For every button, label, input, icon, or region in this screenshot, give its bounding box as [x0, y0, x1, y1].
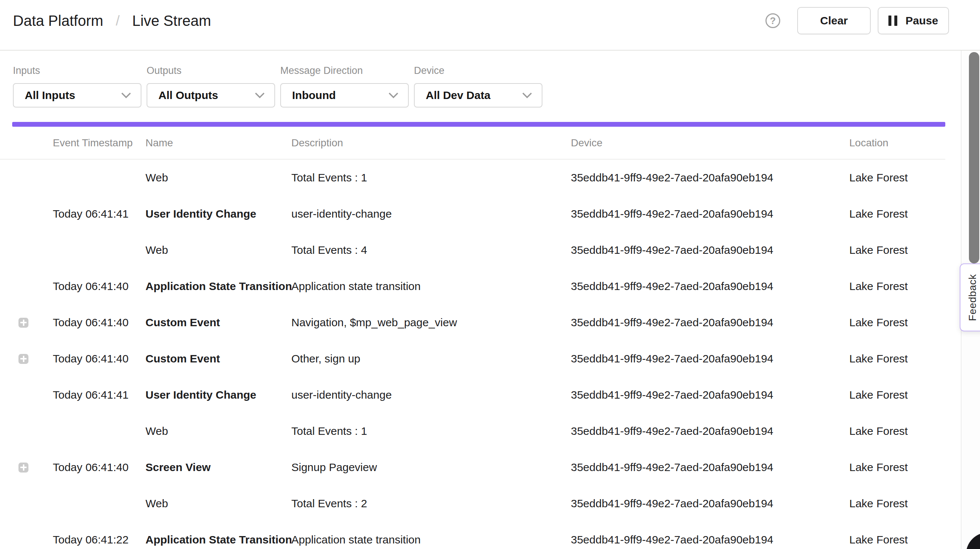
cell-timestamp: Today 06:41:40	[53, 353, 145, 365]
cell-name: User Identity Change	[145, 389, 291, 401]
chevron-down-icon	[388, 93, 398, 99]
clear-button[interactable]: Clear	[797, 7, 871, 34]
cell-device: 35eddb41-9ff9-49e2-7aed-20afa90eb194	[571, 244, 849, 256]
cell-name: User Identity Change	[145, 207, 291, 220]
breadcrumb-separator-icon: /	[116, 13, 120, 29]
header-divider	[0, 50, 980, 51]
cell-timestamp: Today 06:41:40	[53, 280, 145, 293]
filter-label-inputs: Inputs	[13, 65, 142, 77]
cell-name: Web	[145, 425, 291, 437]
device-select[interactable]: All Dev Data	[414, 83, 542, 107]
scrollbar-thumb[interactable]	[969, 52, 979, 263]
breadcrumb-live-stream: Live Stream	[132, 13, 211, 29]
cell-device: 35eddb41-9ff9-49e2-7aed-20afa90eb194	[571, 533, 849, 546]
cell-name: Custom Event	[145, 353, 291, 365]
filter-inputs: Inputs All Inputs	[13, 65, 142, 107]
cell-description: user-identity-change	[291, 207, 571, 220]
cell-location: Lake Forest	[849, 389, 945, 401]
cell-location: Lake Forest	[849, 280, 945, 293]
breadcrumb-data-platform[interactable]: Data Platform	[13, 13, 103, 29]
cell-description: Navigation, $mp_web_page_view	[291, 316, 571, 329]
top-bar: Data Platform / Live Stream ? Clear Paus…	[0, 0, 980, 50]
cell-description: Signup Pageview	[291, 461, 571, 474]
cell-device: 35eddb41-9ff9-49e2-7aed-20afa90eb194	[571, 461, 849, 474]
column-header-location: Location	[849, 137, 945, 149]
cell-description: Total Events : 2	[291, 497, 571, 510]
expand-plus-icon[interactable]	[19, 354, 29, 364]
chevron-down-icon	[121, 93, 131, 99]
cell-name: Web	[145, 244, 291, 256]
cell-timestamp: Today 06:41:40	[53, 316, 145, 329]
expand-plus-icon[interactable]	[19, 463, 29, 472]
cell-timestamp: Today 06:41:40	[53, 461, 145, 474]
cell-description: Other, sign up	[291, 353, 571, 365]
accent-bar	[12, 122, 945, 127]
cell-location: Lake Forest	[849, 353, 945, 365]
column-header-name: Name	[145, 137, 291, 149]
column-header-device: Device	[571, 137, 849, 149]
feedback-tab-label: Feedback	[967, 274, 978, 321]
cell-location: Lake Forest	[849, 244, 945, 256]
message-direction-select[interactable]: Inbound	[280, 83, 409, 107]
top-bar-actions: ? Clear Pause	[765, 0, 949, 41]
live-stream-table: Event TimestampNameDescriptionDeviceLoca…	[0, 127, 945, 549]
table-row[interactable]: Today 06:41:40Custom EventNavigation, $m…	[0, 305, 945, 341]
table-row[interactable]: Today 06:41:40Custom EventOther, sign up…	[0, 341, 945, 377]
cell-location: Lake Forest	[849, 171, 945, 184]
table-row[interactable]: Today 06:41:40Screen ViewSignup Pageview…	[0, 449, 945, 485]
chevron-down-icon	[255, 93, 265, 99]
cell-name: Web	[145, 171, 291, 184]
cell-description: Application state transition	[291, 533, 571, 546]
cell-device: 35eddb41-9ff9-49e2-7aed-20afa90eb194	[571, 280, 849, 293]
table-row[interactable]: Today 06:41:22Application State Transiti…	[0, 522, 945, 549]
breadcrumb: Data Platform / Live Stream	[13, 0, 211, 41]
feedback-tab[interactable]: Feedback	[960, 263, 980, 331]
table-row[interactable]: WebTotal Events : 135eddb41-9ff9-49e2-7a…	[0, 160, 945, 196]
message-direction-select-value: Inbound	[292, 89, 336, 102]
cell-location: Lake Forest	[849, 533, 945, 546]
cell-description: Total Events : 1	[291, 171, 571, 184]
cell-expand	[0, 318, 53, 328]
table-row[interactable]: Today 06:41:41User Identity Changeuser-i…	[0, 196, 945, 232]
cell-location: Lake Forest	[849, 207, 945, 220]
cell-location: Lake Forest	[849, 461, 945, 474]
inputs-select[interactable]: All Inputs	[13, 83, 142, 107]
table-header-row: Event TimestampNameDescriptionDeviceLoca…	[0, 127, 945, 160]
expand-plus-icon[interactable]	[19, 318, 29, 328]
table-row[interactable]: WebTotal Events : 235eddb41-9ff9-49e2-7a…	[0, 485, 945, 522]
filter-message-direction: Message Direction Inbound	[280, 65, 409, 107]
cell-device: 35eddb41-9ff9-49e2-7aed-20afa90eb194	[571, 207, 849, 220]
cell-description: Total Events : 1	[291, 425, 571, 437]
cell-device: 35eddb41-9ff9-49e2-7aed-20afa90eb194	[571, 389, 849, 401]
cell-device: 35eddb41-9ff9-49e2-7aed-20afa90eb194	[571, 425, 849, 437]
inputs-select-value: All Inputs	[25, 89, 75, 102]
cell-location: Lake Forest	[849, 497, 945, 510]
cell-expand	[0, 463, 53, 472]
table-body: WebTotal Events : 135eddb41-9ff9-49e2-7a…	[0, 160, 945, 549]
cell-device: 35eddb41-9ff9-49e2-7aed-20afa90eb194	[571, 353, 849, 365]
cell-location: Lake Forest	[849, 425, 945, 437]
filter-label-device: Device	[414, 65, 542, 77]
cell-description: Application state transition	[291, 280, 571, 293]
table-row[interactable]: Today 06:41:41User Identity Changeuser-i…	[0, 377, 945, 413]
cell-name: Screen View	[145, 461, 291, 474]
table-row[interactable]: Today 06:41:40Application State Transiti…	[0, 268, 945, 305]
cell-timestamp: Today 06:41:41	[53, 389, 145, 401]
cell-device: 35eddb41-9ff9-49e2-7aed-20afa90eb194	[571, 497, 849, 510]
cell-name: Application State Transition	[145, 280, 291, 293]
table-row[interactable]: WebTotal Events : 435eddb41-9ff9-49e2-7a…	[0, 232, 945, 268]
outputs-select-value: All Outputs	[158, 89, 218, 102]
filters-bar: Inputs All Inputs Outputs All Outputs Me…	[13, 65, 542, 107]
cell-location: Lake Forest	[849, 316, 945, 329]
column-header-event-timestamp: Event Timestamp	[53, 137, 145, 149]
filter-label-message-direction: Message Direction	[280, 65, 409, 77]
outputs-select[interactable]: All Outputs	[146, 83, 275, 107]
device-select-value: All Dev Data	[426, 89, 490, 102]
filter-device: Device All Dev Data	[414, 65, 542, 107]
help-icon[interactable]: ?	[765, 13, 780, 28]
filter-outputs: Outputs All Outputs	[146, 65, 275, 107]
cell-device: 35eddb41-9ff9-49e2-7aed-20afa90eb194	[571, 171, 849, 184]
pause-icon	[888, 16, 897, 26]
table-row[interactable]: WebTotal Events : 135eddb41-9ff9-49e2-7a…	[0, 413, 945, 449]
pause-button[interactable]: Pause	[878, 7, 949, 34]
